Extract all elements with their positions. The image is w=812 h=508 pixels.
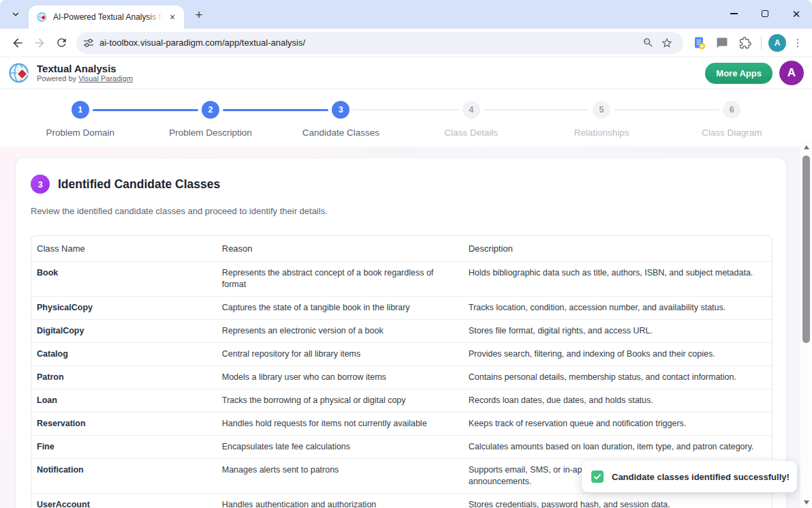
page-background: 3 Identified Candidate Classes Review th… [0,147,812,508]
cell-description: Calculates amounts based on loan duratio… [463,436,772,459]
page-title: Identified Candidate Classes [58,177,220,192]
browser-profile-avatar[interactable]: A [768,34,786,52]
step-problem-domain[interactable]: 1Problem Domain [15,101,145,138]
table-row: PhysicalCopyCaptures the state of a tang… [31,297,772,320]
table-row: FineEncapsulates late fee calculationsCa… [31,436,772,459]
maximize-icon [762,10,768,17]
comment-button[interactable] [712,33,732,53]
cell-class-name: Reservation [31,413,217,436]
site-settings-icon[interactable] [83,38,94,48]
step-class-details[interactable]: 4Class Details [406,101,536,138]
app-header: Textual Analysis Powered by Visual Parad… [0,57,812,89]
browser-toolbar: ai-toolbox.visual-paradigm.com/app/textu… [0,29,812,57]
tab-close-icon[interactable]: × [166,11,178,23]
scroll-down-arrow[interactable] [804,500,809,505]
user-avatar[interactable]: A [779,61,804,85]
cell-class-name: Loan [31,389,217,413]
step-circle: 6 [723,101,740,119]
minimize-icon [730,13,738,14]
app-title: Textual Analysis [37,63,133,74]
more-apps-button[interactable]: More Apps [705,63,772,84]
back-button[interactable] [7,32,29,54]
scrollbar [800,140,812,508]
table-header-row: Class Name Reason Description [31,236,772,262]
cell-reason: Central repository for all library items [217,343,463,366]
browser-menu-button[interactable]: ⋮ [789,33,807,53]
cell-description: Stores credentials, password hash, and s… [463,494,772,508]
cell-class-name: Notification [31,459,217,494]
step-circle: 1 [72,101,89,119]
browser-tab-strip: AI-Powered Textual Analysis for × + ✕ [0,0,812,29]
cell-reason: Captures the state of a tangible book in… [217,297,463,320]
step-label: Class Details [444,128,498,138]
reload-button[interactable] [50,32,72,54]
window-controls: ✕ [718,0,812,27]
stepper-section: 1Problem Domain2Problem Description3Cand… [0,89,812,147]
table-row: BookRepresents the abstract concept of a… [31,262,772,297]
cell-reason: Represents the abstract concept of a boo… [217,262,463,297]
url-bar[interactable]: ai-toolbox.visual-paradigm.com/app/textu… [76,32,683,54]
step-problem-description[interactable]: 2Problem Description [145,101,275,138]
app-titles: Textual Analysis Powered by Visual Parad… [37,63,133,83]
stepper: 1Problem Domain2Problem Description3Cand… [15,101,797,138]
success-toast: Candidate classes identified successfull… [582,461,797,492]
cell-reason: Manages alerts sent to patrons [217,459,463,494]
toast-message: Candidate classes identified successfull… [612,472,790,482]
step-candidate-classes[interactable]: 3Candidate Classes [276,101,406,138]
docs-extension-icon [692,36,706,50]
new-tab-button[interactable]: + [189,5,208,25]
star-icon [661,37,673,49]
toolbar-divider [761,37,762,49]
powered-by: Powered by Visual Paradigm [37,74,133,83]
step-label: Class Diagram [702,128,762,138]
cell-class-name: DigitalCopy [31,320,217,343]
cell-reason: Represents an electronic version of a bo… [217,320,463,343]
comment-icon [716,37,728,49]
cell-description: Records loan dates, due dates, and holds… [463,389,772,413]
zoom-out-icon [642,37,654,48]
table-row: LoanTracks the borrowing of a physical o… [31,389,772,413]
cell-class-name: Fine [31,436,217,459]
step-circle: 5 [593,101,610,119]
cell-description: Stores file format, digital rights, and … [463,320,772,343]
window-close-button[interactable]: ✕ [781,0,812,27]
scrollbar-thumb[interactable] [802,155,810,343]
table-row: PatronModels a library user who can borr… [31,366,772,389]
step-label: Problem Description [169,128,252,138]
browser-tab[interactable]: AI-Powered Textual Analysis for × [29,5,184,29]
cell-reason: Models a library user who can borrow ite… [217,366,463,389]
forward-button[interactable] [29,32,50,54]
column-header-reason: Reason [217,236,463,262]
window-maximize-button[interactable] [749,0,781,27]
bookmark-star-button[interactable] [657,33,676,53]
cell-class-name: Book [31,262,217,297]
cell-class-name: PhysicalCopy [31,297,217,320]
cell-description: Keeps track of reservation queue and not… [463,413,772,436]
cell-reason: Tracks the borrowing of a physical or di… [217,389,463,413]
step-circle: 4 [463,101,480,119]
check-icon [591,470,604,483]
tab-search-button[interactable] [5,5,26,23]
extensions-button[interactable] [735,33,755,53]
visual-paradigm-logo-icon [8,61,31,85]
forward-arrow-icon [33,36,46,50]
cell-reason: Handles authentication and authorization [217,494,463,508]
page-subtitle: Review the identified candidate classes … [31,206,771,216]
docs-extension-button[interactable] [689,33,709,53]
cell-reason: Handles hold requests for items not curr… [217,413,463,436]
scroll-up-arrow[interactable] [804,145,809,149]
cell-reason: Encapsulates late fee calculations [217,436,463,459]
zoom-out-button[interactable] [638,33,657,53]
window-minimize-button[interactable] [718,0,749,27]
url-text: ai-toolbox.visual-paradigm.com/app/textu… [99,38,638,48]
step-relationships[interactable]: 5Relationships [536,101,666,138]
cell-description: Holds bibliographic data such as title, … [463,262,772,297]
cell-description: Provides search, filtering, and indexing… [463,343,772,366]
step-class-diagram[interactable]: 6Class Diagram [667,101,797,138]
table-row: CatalogCentral repository for all librar… [31,343,772,366]
back-arrow-icon [11,36,25,50]
visual-paradigm-link[interactable]: Visual Paradigm [78,74,133,83]
table-row: DigitalCopyRepresents an electronic vers… [31,320,772,343]
chevron-down-icon [11,10,20,19]
puzzle-icon [739,37,751,49]
